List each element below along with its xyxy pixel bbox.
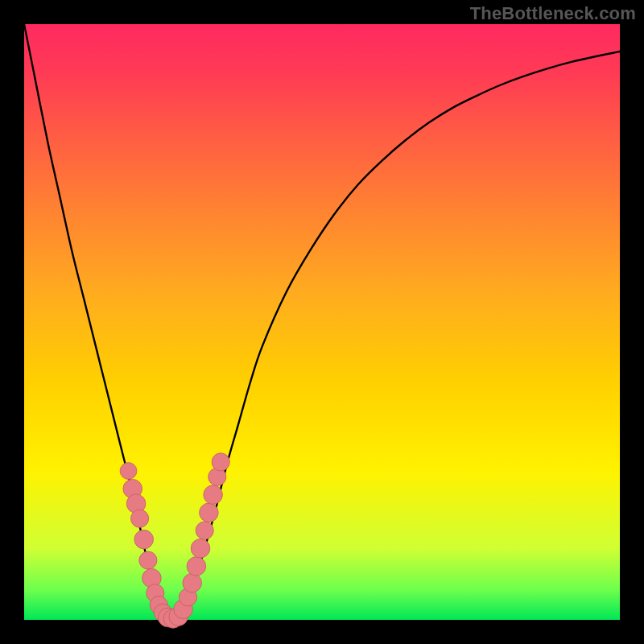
curve-marker — [131, 510, 149, 527]
curve-marker — [200, 503, 219, 522]
curve-markers — [120, 453, 229, 628]
curve-marker — [196, 522, 213, 539]
watermark-text: TheBottleneck.com — [470, 3, 636, 24]
curve-marker — [134, 530, 154, 549]
curve-marker — [139, 551, 157, 569]
curve-marker — [187, 557, 206, 576]
curve-marker — [191, 539, 210, 558]
chart-frame: TheBottleneck.com — [0, 0, 644, 644]
curve-marker — [183, 573, 202, 592]
bottleneck-curve — [24, 24, 620, 621]
curve-layer — [24, 24, 620, 620]
curve-marker — [212, 453, 229, 471]
curve-marker — [204, 485, 223, 505]
curve-marker — [120, 463, 137, 480]
plot-area — [24, 24, 620, 620]
